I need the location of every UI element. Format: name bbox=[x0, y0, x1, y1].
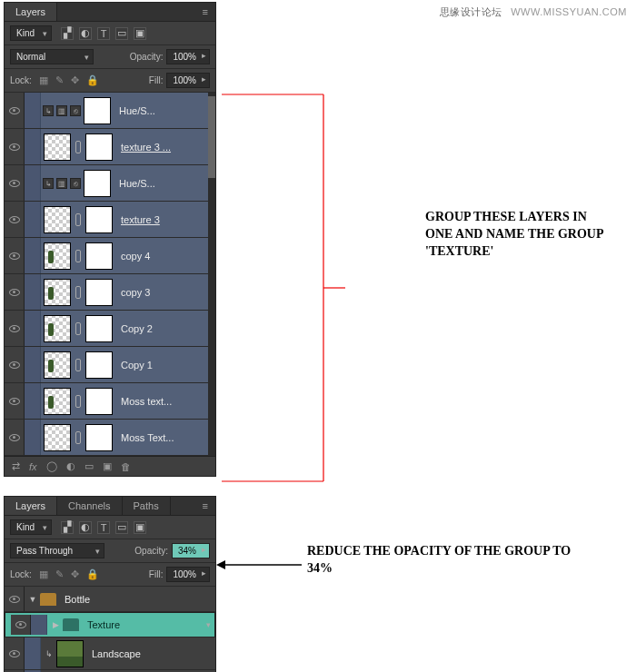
fx-icon[interactable]: fx bbox=[29, 461, 37, 472]
layer-thumbnail[interactable] bbox=[44, 351, 71, 379]
tab-layers-b[interactable]: Layers bbox=[5, 497, 57, 515]
new-layer-icon[interactable]: ▣ bbox=[103, 460, 112, 472]
layer-group-bottle[interactable]: ▼ Bottle bbox=[5, 587, 215, 612]
visibility-toggle[interactable] bbox=[5, 202, 25, 237]
link-icon[interactable] bbox=[75, 359, 81, 371]
layer-name[interactable]: Hue/S... bbox=[119, 105, 215, 116]
visibility-toggle[interactable] bbox=[5, 347, 25, 382]
twirl-down-icon[interactable]: ▼ bbox=[28, 595, 37, 604]
layer-name[interactable]: Landscape bbox=[92, 648, 215, 659]
group-icon[interactable]: ▭ bbox=[84, 460, 94, 472]
visibility-toggle[interactable] bbox=[5, 383, 25, 419]
lock-paint-icon-b[interactable]: ✎ bbox=[55, 568, 64, 580]
mask-thumbnail[interactable] bbox=[85, 133, 113, 161]
visibility-toggle[interactable] bbox=[5, 238, 25, 273]
layer-row[interactable]: Moss text... bbox=[5, 383, 215, 420]
layer-thumbnail[interactable] bbox=[44, 206, 71, 233]
filter-kind-select-b[interactable]: Kind bbox=[10, 519, 52, 535]
adjustment-layer-icon[interactable]: ◐ bbox=[66, 460, 75, 472]
tab-paths[interactable]: Paths bbox=[123, 497, 171, 515]
link-icon[interactable] bbox=[75, 213, 81, 226]
opacity-input-b[interactable]: 34% bbox=[172, 543, 210, 558]
filter-type-icon-b[interactable]: T bbox=[97, 521, 110, 534]
link-layers-icon[interactable]: ⇄ bbox=[12, 460, 20, 472]
filter-adjustment-icon[interactable]: ◐ bbox=[79, 27, 92, 40]
layer-thumbnail[interactable] bbox=[44, 424, 71, 451]
opacity-input[interactable]: 100% bbox=[166, 49, 210, 64]
filter-type-icon[interactable]: T bbox=[97, 27, 110, 40]
layer-name[interactable]: texture 3 bbox=[121, 214, 215, 225]
layer-row[interactable]: ↳▥⎋Hue/S... bbox=[5, 165, 215, 202]
visibility-toggle[interactable] bbox=[5, 587, 25, 611]
lock-paint-icon[interactable]: ✎ bbox=[55, 74, 64, 86]
scrollbar-thumb[interactable] bbox=[208, 96, 215, 178]
layer-thumbnail[interactable] bbox=[44, 133, 71, 161]
layer-name[interactable]: Copy 1 bbox=[121, 360, 215, 371]
mask-icon[interactable]: ◯ bbox=[46, 460, 57, 472]
link-icon[interactable] bbox=[75, 322, 81, 335]
blend-mode-select-b[interactable]: Pass Through bbox=[10, 543, 104, 558]
mask-thumbnail[interactable] bbox=[85, 424, 113, 451]
mask-thumbnail[interactable] bbox=[84, 170, 111, 197]
filter-smart-icon-b[interactable]: ▣ bbox=[134, 521, 146, 534]
panel-menu-icon[interactable]: ≡ bbox=[195, 3, 215, 21]
visibility-toggle[interactable] bbox=[5, 637, 25, 669]
lock-transparency-icon[interactable]: ▦ bbox=[39, 74, 48, 86]
scrollbar[interactable] bbox=[208, 93, 215, 456]
layer-name[interactable]: Hue/S... bbox=[119, 178, 215, 189]
visibility-toggle[interactable] bbox=[5, 420, 25, 455]
visibility-toggle[interactable] bbox=[5, 93, 25, 128]
layer-row[interactable]: texture 3 bbox=[5, 202, 215, 238]
visibility-toggle[interactable] bbox=[5, 311, 25, 346]
fill-input-b[interactable]: 100% bbox=[166, 567, 210, 582]
filter-shape-icon[interactable]: ▭ bbox=[115, 27, 128, 40]
layer-thumbnail[interactable] bbox=[44, 388, 71, 415]
visibility-toggle[interactable] bbox=[5, 274, 25, 310]
filter-smart-icon[interactable]: ▣ bbox=[134, 27, 146, 40]
filter-kind-select[interactable]: Kind bbox=[10, 25, 52, 41]
layer-name[interactable]: Moss Text... bbox=[121, 432, 215, 443]
mask-thumbnail[interactable] bbox=[85, 279, 113, 306]
mask-thumbnail[interactable] bbox=[85, 242, 113, 270]
link-icon[interactable] bbox=[75, 286, 81, 299]
mask-thumbnail[interactable] bbox=[85, 351, 113, 379]
visibility-toggle[interactable] bbox=[11, 615, 31, 635]
link-icon[interactable] bbox=[75, 141, 81, 153]
layer-group-texture[interactable]: ▶ Texture bbox=[5, 612, 215, 637]
tab-layers[interactable]: Layers bbox=[5, 3, 57, 21]
visibility-toggle[interactable] bbox=[5, 165, 25, 201]
filter-pixel-icon[interactable]: ▞ bbox=[61, 27, 74, 40]
fill-input[interactable]: 100% bbox=[166, 73, 210, 88]
link-icon[interactable] bbox=[75, 395, 81, 408]
layer-name[interactable]: texture 3 ... bbox=[121, 142, 215, 153]
layer-name[interactable]: Moss text... bbox=[121, 396, 215, 407]
layer-name[interactable]: Copy 2 bbox=[121, 323, 215, 334]
mask-thumbnail[interactable] bbox=[85, 388, 113, 415]
visibility-toggle[interactable] bbox=[5, 129, 25, 164]
blend-mode-select[interactable]: Normal bbox=[10, 49, 94, 64]
layer-thumbnail[interactable] bbox=[56, 640, 84, 667]
panel-menu-icon-b[interactable]: ≡ bbox=[195, 497, 215, 515]
layer-thumbnail[interactable] bbox=[44, 242, 71, 270]
twirl-right-icon[interactable]: ▶ bbox=[51, 620, 60, 629]
lock-position-icon[interactable]: ✥ bbox=[71, 74, 79, 86]
lock-all-icon-b[interactable]: 🔒 bbox=[86, 568, 99, 580]
delete-layer-icon[interactable]: 🗑 bbox=[121, 461, 131, 472]
layer-name[interactable]: copy 4 bbox=[121, 251, 215, 262]
layer-name[interactable]: copy 3 bbox=[121, 287, 215, 298]
layer-row[interactable]: ↳▥⎋Hue/S... bbox=[5, 93, 215, 129]
layer-thumbnail[interactable] bbox=[44, 279, 71, 306]
layer-row[interactable]: Copy 2 bbox=[5, 311, 215, 347]
mask-thumbnail[interactable] bbox=[85, 315, 113, 342]
lock-all-icon[interactable]: 🔒 bbox=[86, 74, 99, 86]
layer-thumbnail[interactable] bbox=[44, 315, 71, 342]
layer-row[interactable]: Copy 1 bbox=[5, 347, 215, 383]
layer-row[interactable]: copy 3 bbox=[5, 274, 215, 311]
mask-thumbnail[interactable] bbox=[85, 206, 113, 233]
lock-position-icon-b[interactable]: ✥ bbox=[71, 568, 79, 580]
filter-pixel-icon-b[interactable]: ▞ bbox=[61, 521, 74, 534]
layer-name[interactable]: Texture bbox=[87, 619, 198, 630]
layer-landscape[interactable]: ↳ Landscape bbox=[5, 637, 215, 670]
layer-name[interactable]: Bottle bbox=[65, 594, 215, 605]
layer-row[interactable]: texture 3 ... bbox=[5, 129, 215, 165]
